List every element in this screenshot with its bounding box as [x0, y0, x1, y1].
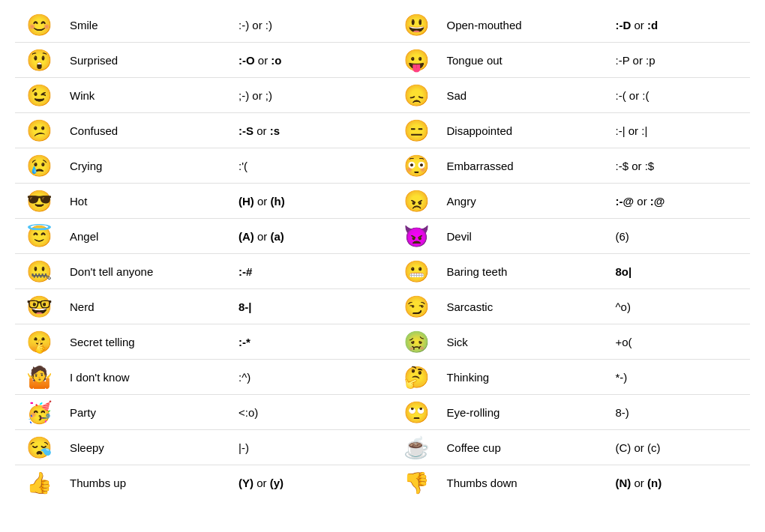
- right-code: :-D or :d: [610, 7, 751, 43]
- table-row: 😕Confused:-S or :s😑Disappointed:-| or :|: [15, 113, 750, 148]
- left-code: :^): [232, 360, 374, 395]
- right-name: Open-mouthed: [441, 7, 610, 43]
- left-emoji: 👍: [15, 465, 64, 501]
- left-name: Sleepy: [64, 430, 232, 465]
- table-row: 🤓Nerd8-|😏Sarcastic^o): [15, 289, 750, 324]
- left-code: (H) or (h): [232, 184, 374, 219]
- right-name: Tongue out: [441, 43, 610, 78]
- left-name: Nerd: [64, 289, 232, 324]
- column-divider: [374, 219, 392, 254]
- right-name: Disappointed: [441, 113, 610, 148]
- table-row: 🤷I don't know:^)🤔Thinking*-): [15, 360, 750, 395]
- left-name: Thumbs up: [64, 465, 232, 501]
- left-name: Angel: [64, 219, 232, 254]
- column-divider: [374, 78, 392, 113]
- table-row: 😊Smile:-) or :)😃Open-mouthed:-D or :d: [15, 7, 750, 43]
- right-name: Thumbs down: [441, 465, 610, 501]
- column-divider: [374, 360, 392, 395]
- right-code: :-$ or :$: [610, 148, 751, 184]
- table-row: 😢Crying:'(😳Embarrassed:-$ or :$: [15, 148, 750, 184]
- left-name: Crying: [64, 148, 232, 184]
- right-emoji: 😬: [392, 254, 441, 289]
- left-name: Party: [64, 395, 232, 430]
- left-emoji: 🤐: [15, 254, 64, 289]
- left-name: Don't tell anyone: [64, 254, 232, 289]
- left-emoji: 😢: [15, 148, 64, 184]
- right-emoji: 🤢: [392, 324, 441, 360]
- table-row: 👍Thumbs up(Y) or (y)👎Thumbs down(N) or (…: [15, 465, 750, 501]
- right-name: Angry: [441, 184, 610, 219]
- right-code: *-): [610, 360, 751, 395]
- right-name: Embarrassed: [441, 148, 610, 184]
- right-code: :-| or :|: [610, 113, 751, 148]
- left-name: Wink: [64, 78, 232, 113]
- left-code: <:o): [232, 395, 374, 430]
- right-name: Devil: [441, 219, 610, 254]
- right-name: Sad: [441, 78, 610, 113]
- right-emoji: 🤔: [392, 360, 441, 395]
- column-divider: [374, 148, 392, 184]
- table-row: 😎Hot(H) or (h)😠Angry:-@ or :@: [15, 184, 750, 219]
- left-emoji: 😎: [15, 184, 64, 219]
- left-code: :-*: [232, 324, 374, 360]
- column-divider: [374, 7, 392, 43]
- right-emoji: 🙄: [392, 395, 441, 430]
- left-emoji: 🤫: [15, 324, 64, 360]
- left-emoji: 😊: [15, 7, 64, 43]
- right-emoji: 😑: [392, 113, 441, 148]
- table-row: 😲Surprised:-O or :o😛Tongue out:-P or :p: [15, 43, 750, 78]
- column-divider: [374, 43, 392, 78]
- right-emoji: 👎: [392, 465, 441, 501]
- table-row: 🤫Secret telling:-*🤢Sick+o(: [15, 324, 750, 360]
- right-code: +o(: [610, 324, 751, 360]
- left-name: Confused: [64, 113, 232, 148]
- left-code: :-) or :): [232, 7, 374, 43]
- left-code: ;-) or ;): [232, 78, 374, 113]
- left-code: :'(: [232, 148, 374, 184]
- right-emoji: 👿: [392, 219, 441, 254]
- right-code: 8-): [610, 395, 751, 430]
- column-divider: [374, 113, 392, 148]
- table-row: 😪Sleepy|-)☕Coffee cup(C) or (c): [15, 430, 750, 465]
- table-row: 😇Angel(A) or (a)👿Devil(6): [15, 219, 750, 254]
- column-divider: [374, 430, 392, 465]
- left-code: |-): [232, 430, 374, 465]
- right-name: Thinking: [441, 360, 610, 395]
- emoji-reference-table: 😊Smile:-) or :)😃Open-mouthed:-D or :d😲Su…: [0, 0, 765, 507]
- right-name: Sarcastic: [441, 289, 610, 324]
- right-code: :-P or :p: [610, 43, 751, 78]
- column-divider: [374, 465, 392, 501]
- left-code: :-S or :s: [232, 113, 374, 148]
- left-name: Surprised: [64, 43, 232, 78]
- right-code: (N) or (n): [610, 465, 751, 501]
- table-row: 🤐Don't tell anyone:-#😬Baring teeth8o|: [15, 254, 750, 289]
- left-name: I don't know: [64, 360, 232, 395]
- right-emoji: 😠: [392, 184, 441, 219]
- right-name: Eye-rolling: [441, 395, 610, 430]
- left-emoji: 😇: [15, 219, 64, 254]
- column-divider: [374, 289, 392, 324]
- right-code: (6): [610, 219, 751, 254]
- column-divider: [374, 395, 392, 430]
- left-emoji: 😲: [15, 43, 64, 78]
- left-emoji: 🤓: [15, 289, 64, 324]
- right-emoji: 😳: [392, 148, 441, 184]
- right-code: :-( or :(: [610, 78, 751, 113]
- right-emoji: 😏: [392, 289, 441, 324]
- right-code: 8o|: [610, 254, 751, 289]
- column-divider: [374, 324, 392, 360]
- left-emoji: 🤷: [15, 360, 64, 395]
- left-name: Secret telling: [64, 324, 232, 360]
- left-emoji: 😪: [15, 430, 64, 465]
- column-divider: [374, 184, 392, 219]
- right-code: (C) or (c): [610, 430, 751, 465]
- column-divider: [374, 254, 392, 289]
- left-code: :-#: [232, 254, 374, 289]
- left-code: (Y) or (y): [232, 465, 374, 501]
- left-code: (A) or (a): [232, 219, 374, 254]
- right-emoji: ☕: [392, 430, 441, 465]
- right-emoji: 😛: [392, 43, 441, 78]
- right-code: ^o): [610, 289, 751, 324]
- left-emoji: 😕: [15, 113, 64, 148]
- right-name: Baring teeth: [441, 254, 610, 289]
